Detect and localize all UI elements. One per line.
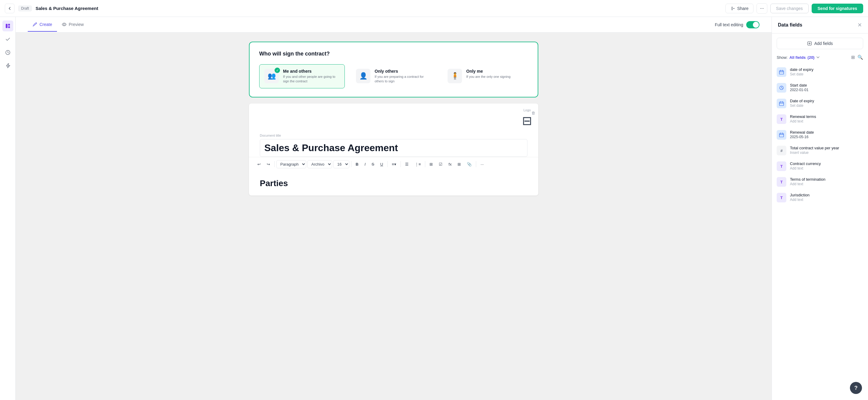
svg-rect-10 <box>779 70 784 74</box>
full-text-label: Full text editing <box>715 22 743 27</box>
field-name-3: Renewal terms <box>790 114 863 119</box>
document-title-area: Document title <box>249 127 538 157</box>
tab-preview[interactable]: Preview <box>57 18 89 32</box>
doc-title-input[interactable] <box>260 139 527 157</box>
right-panel-close[interactable]: ✕ <box>858 22 862 28</box>
toggle-dot <box>753 22 759 28</box>
document-header-area: Logo ⊟ 🗑 <box>249 104 538 127</box>
size-select[interactable]: 16 <box>333 160 349 168</box>
save-button[interactable]: Save changes <box>770 4 809 13</box>
list-item[interactable]: date of expiry Set date <box>772 64 868 80</box>
strikethrough-button[interactable]: S <box>369 161 377 168</box>
signer-opt-text-me-others: Me and others If you and other people ar… <box>283 69 340 84</box>
list-item[interactable]: T Contract currency Add text <box>772 159 868 174</box>
list-item[interactable]: # Total contract value per year Insert v… <box>772 143 868 159</box>
back-button[interactable] <box>5 4 14 13</box>
document-area: Who will sign the contract? 👥 ✓ Me and o… <box>16 33 772 400</box>
svg-rect-13 <box>779 133 784 137</box>
svg-point-8 <box>63 24 65 25</box>
share-label: Share <box>737 6 748 11</box>
svg-point-2 <box>732 9 733 10</box>
signer-option-me-others[interactable]: 👥 ✓ Me and others If you and other peopl… <box>259 64 345 88</box>
send-button[interactable]: Send for signatures <box>812 4 863 13</box>
fields-count: (20) <box>807 55 814 60</box>
more-toolbar-button[interactable]: ··· <box>478 161 486 168</box>
undo-button[interactable]: ↩ <box>255 161 263 168</box>
page-break-button[interactable]: ⊞ <box>427 161 435 168</box>
share-button[interactable]: Share <box>725 4 753 13</box>
right-panel-title: Data fields <box>778 22 802 28</box>
field-value-0: Set date <box>790 72 863 76</box>
underline-button[interactable]: U <box>378 161 385 168</box>
formula-button[interactable]: fx <box>446 161 454 168</box>
bullet-button[interactable]: ☰ <box>403 161 411 168</box>
field-name-0: date of expiry <box>790 67 863 72</box>
document-body-card: Logo ⊟ 🗑 Document title ↩ ↪ <box>249 104 538 196</box>
full-text-toggle[interactable] <box>746 21 760 28</box>
font-select[interactable]: Archivo <box>307 160 332 168</box>
list-item[interactable]: Renewal date 2025-05-16 <box>772 127 868 143</box>
filter-icon[interactable]: ⊞ <box>851 55 855 60</box>
numbered-button[interactable]: ⋮≡ <box>412 161 424 168</box>
field-value-8: Add text <box>790 198 863 202</box>
field-name-5: Total contract value per year <box>790 146 863 150</box>
list-item[interactable]: Date of expiry Set date <box>772 96 868 111</box>
logo-icon: ⊟ <box>522 114 532 127</box>
field-text-2: Date of expiry Set date <box>790 98 863 108</box>
toolbar-separator-3 <box>387 161 388 167</box>
more-button[interactable]: ··· <box>756 3 767 13</box>
signer-option-only-others[interactable]: 👤 Only others If you are preparing a con… <box>351 64 436 88</box>
sidebar-icon-bolt[interactable] <box>2 60 13 71</box>
list-item[interactable]: T Jurisdiction Add text <box>772 190 868 205</box>
search-icon[interactable]: 🔍 <box>858 55 863 60</box>
field-value-1: 2022-01-01 <box>790 88 863 92</box>
field-text-8: Jurisdiction Add text <box>790 193 863 202</box>
tabs-right: Full text editing <box>715 21 760 28</box>
svg-rect-4 <box>6 24 7 28</box>
help-button[interactable]: ? <box>850 382 862 394</box>
field-value-5: Insert value <box>790 150 863 155</box>
align-button[interactable]: ≡▾ <box>390 161 399 168</box>
signer-option-desc-2: If you are the only one signing <box>466 75 510 79</box>
toolbar-separator-5 <box>425 161 425 167</box>
list-item[interactable]: T Renewal terms Add text <box>772 111 868 127</box>
chevron-down-icon <box>816 56 820 59</box>
add-fields-button[interactable]: Add fields <box>777 38 863 49</box>
field-name-1: Start date <box>790 83 863 87</box>
doc-title-label: Document title <box>260 134 527 137</box>
checkbox-button[interactable]: ☑ <box>436 161 445 168</box>
signer-title: Who will sign the contract? <box>259 51 528 57</box>
list-item[interactable]: T Terms of termination Add text <box>772 174 868 190</box>
sidebar-icon-check[interactable] <box>2 34 13 45</box>
toolbar-separator-2 <box>351 161 351 167</box>
field-name-8: Jurisdiction <box>790 193 863 197</box>
paragraph-select[interactable]: Paragraph <box>276 160 306 168</box>
sidebar-icon-layout[interactable] <box>2 21 13 31</box>
bold-button[interactable]: B <box>353 161 361 168</box>
all-fields-label[interactable]: All fields <box>789 55 806 60</box>
redo-button[interactable]: ↪ <box>264 161 273 168</box>
right-panel-header: Data fields ✕ <box>772 17 868 33</box>
signer-opt-text-only-me: Only me If you are the only one signing <box>466 69 510 79</box>
field-value-2: Set date <box>790 104 863 108</box>
table-button[interactable]: ⊞ <box>455 161 463 168</box>
tab-create[interactable]: Create <box>28 18 57 32</box>
main-layout: Create Preview Full text editing <box>0 17 868 400</box>
italic-button[interactable]: I <box>362 161 368 168</box>
svg-point-0 <box>732 8 733 9</box>
document-title: Sales & Purchase Agreement <box>36 6 722 11</box>
list-item[interactable]: Start date 2022-01-01 <box>772 80 868 96</box>
signer-option-label-2: Only me <box>466 69 510 74</box>
sidebar-icon-clock[interactable] <box>2 47 13 58</box>
svg-point-3 <box>734 8 735 9</box>
show-bar: Show: All fields (20) ⊞ 🔍 <box>772 52 868 62</box>
trash-icon[interactable]: 🗑 <box>531 111 535 115</box>
document-parties-section: Parties <box>249 171 538 196</box>
add-fields-label: Add fields <box>814 41 833 46</box>
tabs-bar: Create Preview Full text editing <box>16 17 772 33</box>
attachment-button[interactable]: 📎 <box>464 161 474 168</box>
tabs-left: Create Preview <box>28 18 89 31</box>
signer-icon-only-others: 👤 <box>356 69 370 83</box>
field-icon-1 <box>777 83 786 93</box>
signer-option-only-me[interactable]: 🧍 Only me If you are the only one signin… <box>442 64 528 88</box>
